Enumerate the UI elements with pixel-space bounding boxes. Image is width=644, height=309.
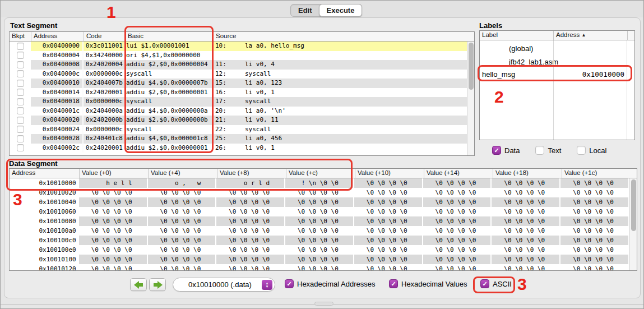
- value-cell[interactable]: \0 \0 \0 \0: [285, 264, 354, 271]
- value-cell[interactable]: \0 \0 \0 \0: [560, 255, 629, 264]
- value-cell[interactable]: \0 \0 \0 \0: [354, 197, 423, 207]
- value-cell[interactable]: \0 \0 \0 \0: [560, 245, 629, 255]
- value-cell[interactable]: o , w: [148, 178, 217, 188]
- value-cell[interactable]: \0 \0 \0 \0: [423, 197, 492, 207]
- value-cell[interactable]: \0 \0 \0 \0: [423, 245, 492, 255]
- value-cell[interactable]: \0 \0 \0 \0: [79, 226, 148, 236]
- label-group-row[interactable]: jfb42_lab1.asm: [480, 56, 634, 69]
- value-cell[interactable]: \0 \0 \0 \0: [354, 245, 423, 255]
- value-cell[interactable]: \0 \0 \0 \0: [285, 188, 354, 197]
- text-segment-scrollbar[interactable]: [467, 41, 474, 155]
- value-cell[interactable]: \0 \0 \0 \0: [216, 255, 285, 264]
- tab-execute[interactable]: Execute: [319, 4, 363, 17]
- value-cell[interactable]: \0 \0 \0 \0: [423, 226, 492, 236]
- prev-memory-button[interactable]: [130, 278, 147, 291]
- breakpoint-checkbox[interactable]: [17, 135, 24, 142]
- value-cell[interactable]: \0 \0 \0 \0: [148, 255, 217, 264]
- value-cell[interactable]: \0 \0 \0 \0: [354, 178, 423, 188]
- value-cell[interactable]: \0 \0 \0 \0: [560, 226, 629, 236]
- breakpoint-checkbox[interactable]: [17, 89, 24, 96]
- value-cell[interactable]: \0 \0 \0 \0: [423, 178, 492, 188]
- filter-data-checkbox[interactable]: ✓: [492, 146, 501, 155]
- breakpoint-checkbox[interactable]: [17, 80, 24, 87]
- option-hexadecimal-addresses-checkbox[interactable]: ✓: [285, 279, 294, 288]
- value-cell[interactable]: \0 \0 \0 \0: [148, 226, 217, 236]
- value-cell[interactable]: \0 \0 \0 \0: [79, 197, 148, 207]
- breakpoint-checkbox[interactable]: [17, 98, 24, 105]
- value-cell[interactable]: \0 \0 \0 \0: [285, 197, 354, 207]
- value-cell[interactable]: \0 \0 \0 \0: [560, 216, 629, 226]
- value-cell[interactable]: \0 \0 \0 \0: [560, 197, 629, 207]
- value-cell[interactable]: \0 \0 \0 \0: [423, 236, 492, 245]
- value-cell[interactable]: \0 \0 \0 \0: [216, 207, 285, 216]
- scrollbar-thumb[interactable]: [469, 43, 474, 90]
- value-cell[interactable]: \0 \0 \0 \0: [148, 264, 217, 271]
- value-cell[interactable]: \0 \0 \0 \0: [492, 255, 560, 264]
- value-cell[interactable]: \0 \0 \0 \0: [354, 264, 423, 271]
- value-cell[interactable]: \0 \0 \0 \0: [216, 226, 285, 236]
- breakpoint-checkbox[interactable]: [17, 61, 24, 68]
- value-cell[interactable]: ! \n \0 \0: [285, 178, 354, 188]
- value-cell[interactable]: \0 \0 \0 \0: [423, 216, 492, 226]
- value-cell[interactable]: \0 \0 \0 \0: [492, 236, 560, 245]
- value-cell[interactable]: \0 \0 \0 \0: [148, 197, 217, 207]
- value-cell[interactable]: \0 \0 \0 \0: [560, 188, 629, 197]
- breakpoint-checkbox[interactable]: [17, 144, 24, 151]
- value-cell[interactable]: \0 \0 \0 \0: [148, 216, 217, 226]
- filter-text-checkbox[interactable]: [535, 146, 544, 155]
- value-cell[interactable]: \0 \0 \0 \0: [285, 255, 354, 264]
- value-cell[interactable]: \0 \0 \0 \0: [560, 264, 629, 271]
- value-cell[interactable]: \0 \0 \0 \0: [285, 226, 354, 236]
- value-cell[interactable]: \0 \0 \0 \0: [492, 264, 560, 271]
- next-memory-button[interactable]: [149, 278, 166, 291]
- value-cell[interactable]: \0 \0 \0 \0: [79, 236, 148, 245]
- value-cell[interactable]: o r l d: [216, 178, 285, 188]
- breakpoint-checkbox[interactable]: [17, 107, 24, 114]
- col-label[interactable]: Label: [480, 31, 553, 40]
- value-cell[interactable]: \0 \0 \0 \0: [285, 245, 354, 255]
- memory-base-select[interactable]: 0x10010000 (.data) ▲▼: [173, 278, 275, 292]
- value-cell[interactable]: \0 \0 \0 \0: [492, 226, 560, 236]
- value-cell[interactable]: \0 \0 \0 \0: [216, 197, 285, 207]
- scrollbar-thumb[interactable]: [631, 179, 636, 231]
- value-cell[interactable]: \0 \0 \0 \0: [216, 188, 285, 197]
- value-cell[interactable]: \0 \0 \0 \0: [354, 188, 423, 197]
- value-cell[interactable]: \0 \0 \0 \0: [285, 236, 354, 245]
- value-cell[interactable]: \0 \0 \0 \0: [492, 188, 560, 197]
- value-cell[interactable]: \0 \0 \0 \0: [216, 216, 285, 226]
- value-cell[interactable]: \0 \0 \0 \0: [354, 236, 423, 245]
- data-segment-scrollbar[interactable]: [629, 178, 637, 270]
- value-cell[interactable]: \0 \0 \0 \0: [492, 178, 560, 188]
- value-cell[interactable]: \0 \0 \0 \0: [560, 236, 629, 245]
- value-cell[interactable]: \0 \0 \0 \0: [354, 226, 423, 236]
- value-cell[interactable]: \0 \0 \0 \0: [423, 264, 492, 271]
- option-ascii-checkbox[interactable]: ✓: [480, 279, 489, 288]
- value-cell[interactable]: \0 \0 \0 \0: [148, 245, 217, 255]
- value-cell[interactable]: \0 \0 \0 \0: [560, 207, 629, 216]
- breakpoint-checkbox[interactable]: [17, 70, 24, 77]
- breakpoint-checkbox[interactable]: [17, 43, 24, 50]
- value-cell[interactable]: \0 \0 \0 \0: [492, 207, 560, 216]
- value-cell[interactable]: \0 \0 \0 \0: [354, 207, 423, 216]
- option-hexadecimal-values-checkbox[interactable]: ✓: [389, 279, 398, 288]
- value-cell[interactable]: \0 \0 \0 \0: [285, 216, 354, 226]
- value-cell[interactable]: \0 \0 \0 \0: [423, 188, 492, 197]
- breakpoint-checkbox[interactable]: [17, 117, 24, 124]
- value-cell[interactable]: \0 \0 \0 \0: [148, 188, 217, 197]
- filter-local-checkbox[interactable]: [577, 146, 586, 155]
- value-cell[interactable]: \0 \0 \0 \0: [148, 207, 217, 216]
- value-cell[interactable]: \0 \0 \0 \0: [79, 188, 148, 197]
- value-cell[interactable]: \0 \0 \0 \0: [560, 178, 629, 188]
- value-cell[interactable]: \0 \0 \0 \0: [148, 236, 217, 245]
- value-cell[interactable]: \0 \0 \0 \0: [492, 245, 560, 255]
- value-cell[interactable]: \0 \0 \0 \0: [285, 207, 354, 216]
- value-cell[interactable]: \0 \0 \0 \0: [354, 216, 423, 226]
- value-cell[interactable]: h e l l: [79, 178, 148, 188]
- breakpoint-checkbox[interactable]: [17, 126, 24, 133]
- breakpoint-checkbox[interactable]: [17, 52, 24, 59]
- value-cell[interactable]: \0 \0 \0 \0: [216, 264, 285, 271]
- value-cell[interactable]: \0 \0 \0 \0: [423, 207, 492, 216]
- divider-handle[interactable]: [314, 302, 333, 306]
- col-label-address[interactable]: Address ▲: [553, 31, 627, 40]
- value-cell[interactable]: \0 \0 \0 \0: [79, 255, 148, 264]
